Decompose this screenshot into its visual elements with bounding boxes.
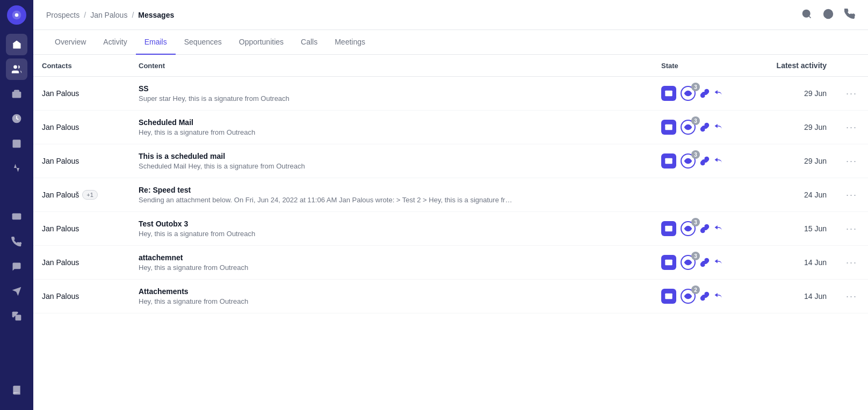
eye-icon-wrap: 3 — [681, 120, 696, 135]
reply-icon[interactable] — [714, 224, 724, 233]
activity-date: 14 Jun — [760, 246, 835, 280]
email-subject[interactable]: SS — [139, 84, 644, 93]
tabs: Overview Activity Emails Sequences Oppor… — [33, 30, 868, 55]
tab-calls[interactable]: Calls — [292, 30, 326, 55]
contact-name[interactable]: Jan Palous — [42, 157, 79, 165]
more-options-cell: ··· — [835, 144, 868, 178]
email-subject[interactable]: Re: Speed test — [139, 186, 644, 194]
mail-icon[interactable] — [661, 153, 676, 169]
more-options-button[interactable]: ··· — [844, 122, 859, 133]
tab-opportunities[interactable]: Opportunities — [230, 30, 292, 55]
mail-icon[interactable] — [661, 120, 676, 135]
more-options-button[interactable]: ··· — [844, 223, 859, 234]
tab-emails[interactable]: Emails — [136, 30, 176, 55]
activity-date: 29 Jun — [760, 144, 835, 178]
link-icon[interactable] — [700, 291, 710, 301]
sidebar-item-sequences[interactable] — [6, 182, 27, 203]
email-preview: Hey, this a signature from Outreach — [139, 297, 515, 305]
svg-point-25 — [687, 92, 689, 94]
contact-cell: Jan Palous — [33, 144, 130, 178]
col-content: Content — [130, 55, 653, 77]
contact-name[interactable]: Jan Palous — [42, 258, 79, 267]
app-logo[interactable] — [7, 5, 26, 25]
sidebar-item-book[interactable] — [6, 379, 27, 401]
contact-cell: Jan Palouš+1 — [33, 178, 130, 212]
more-options-button[interactable]: ··· — [844, 156, 859, 166]
content-cell: Scheduled MailHey, this is a signature f… — [130, 111, 653, 144]
mail-icon[interactable] — [661, 221, 676, 236]
contact-name[interactable]: Jan Palous — [42, 89, 79, 98]
email-subject[interactable]: Test Outobx 3 — [139, 219, 644, 228]
help-icon[interactable] — [823, 9, 834, 21]
breadcrumb-prospects[interactable]: Prospects — [46, 11, 79, 19]
tab-sequences[interactable]: Sequences — [176, 30, 230, 55]
tab-overview[interactable]: Overview — [46, 30, 95, 55]
mail-icon[interactable] — [661, 289, 676, 304]
more-options-cell: ··· — [835, 111, 868, 144]
email-preview: Scheduled Mail Hey, this is a signature … — [139, 162, 515, 170]
more-options-button[interactable]: ··· — [844, 257, 859, 268]
email-subject[interactable]: Scheduled Mail — [139, 118, 644, 127]
sidebar-item-messages[interactable] — [6, 256, 27, 277]
reply-icon[interactable] — [714, 258, 724, 267]
svg-line-23 — [809, 16, 811, 18]
emails-table: Contacts Content State Latest activity J… — [33, 55, 868, 313]
mail-icon[interactable] — [661, 255, 676, 270]
sidebar-item-phone[interactable] — [6, 231, 27, 253]
link-icon[interactable] — [700, 89, 710, 98]
more-options-cell: ··· — [835, 280, 868, 313]
link-icon[interactable] — [700, 122, 710, 132]
sidebar-item-monitor[interactable] — [6, 207, 27, 228]
contact-cell: Jan Palous — [33, 246, 130, 280]
tab-activity[interactable]: Activity — [95, 30, 135, 55]
email-subject[interactable]: attachemnet — [139, 253, 644, 262]
svg-marker-14 — [12, 287, 21, 296]
reply-icon[interactable] — [714, 122, 724, 132]
more-options-button[interactable]: ··· — [844, 88, 859, 99]
state-cell: 3 — [653, 77, 760, 111]
sidebar-item-analytics[interactable] — [6, 157, 27, 179]
activity-date: 24 Jun — [760, 178, 835, 212]
mail-icon[interactable] — [661, 86, 676, 101]
table-row: Jan PalousAttachementsHey, this a signat… — [33, 280, 868, 313]
email-subject[interactable]: Attachements — [139, 287, 644, 296]
contact-name[interactable]: Jan Palous — [42, 292, 79, 301]
content-cell: attachemnetHey, this a signature from Ou… — [130, 246, 653, 280]
svg-rect-3 — [13, 140, 21, 148]
contact-name[interactable]: Jan Palous — [42, 224, 79, 233]
state-cell: 2 — [653, 280, 760, 313]
sidebar-item-send[interactable] — [6, 281, 27, 302]
state-cell: 3 — [653, 144, 760, 178]
tab-meetings[interactable]: Meetings — [326, 30, 374, 55]
reply-icon[interactable] — [714, 156, 724, 166]
phone-icon[interactable] — [844, 9, 855, 21]
state-cell: 3 — [653, 246, 760, 280]
svg-point-30 — [687, 295, 689, 297]
activity-date: 29 Jun — [760, 111, 835, 144]
breadcrumb-jan-palous[interactable]: Jan Palous — [90, 11, 127, 19]
sidebar-item-copy[interactable] — [6, 305, 27, 327]
link-icon[interactable] — [700, 258, 710, 267]
more-options-button[interactable]: ··· — [844, 189, 859, 200]
sidebar-item-prospects[interactable] — [6, 58, 27, 80]
svg-point-27 — [687, 160, 689, 162]
content-cell: Re: Speed testSending an attachment belo… — [130, 178, 653, 212]
contact-name[interactable]: Jan Palous — [42, 123, 79, 131]
sidebar-item-tasks[interactable] — [6, 83, 27, 105]
link-icon[interactable] — [700, 156, 710, 166]
sidebar-item-home[interactable] — [6, 34, 27, 55]
sidebar-item-reports[interactable] — [6, 355, 27, 376]
email-subject[interactable]: This is a scheduled mail — [139, 152, 644, 160]
sidebar-item-calendar[interactable] — [6, 133, 27, 154]
sidebar-item-deals[interactable] — [6, 108, 27, 129]
link-icon[interactable] — [700, 224, 710, 233]
contact-name[interactable]: Jan Palouš — [42, 191, 79, 199]
reply-icon[interactable] — [714, 89, 724, 98]
reply-icon[interactable] — [714, 291, 724, 301]
search-icon[interactable] — [801, 9, 812, 21]
sidebar-item-tools[interactable] — [6, 330, 27, 352]
emails-table-container: Contacts Content State Latest activity J… — [33, 55, 868, 410]
more-options-button[interactable]: ··· — [844, 291, 859, 302]
email-preview: Hey, this is a signature from Outreach — [139, 230, 515, 238]
eye-icon-wrap: 2 — [681, 289, 696, 304]
